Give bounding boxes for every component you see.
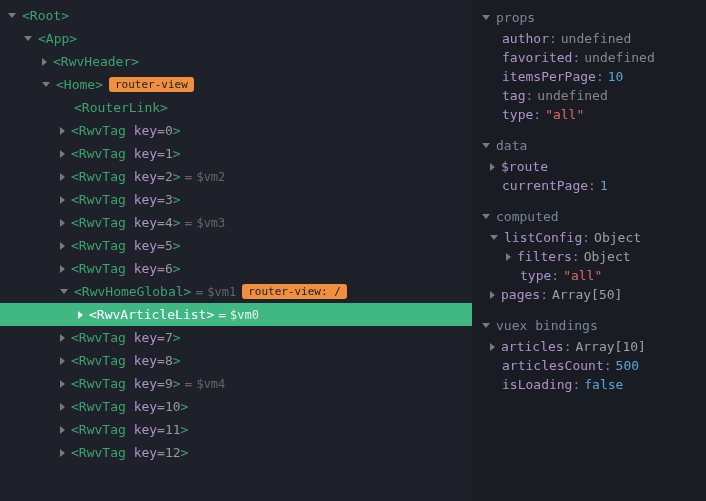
chevron-right-icon <box>506 253 511 261</box>
chevron-down-icon <box>24 36 32 41</box>
prop-row[interactable]: pages: Array[50] <box>476 285 702 304</box>
attr-key: key <box>134 169 157 184</box>
section-title: vuex bindings <box>496 318 598 333</box>
component-name: RwvArticleList <box>97 307 207 322</box>
tree-row[interactable]: <RwvTag key=3> <box>0 188 472 211</box>
prop-key: itemsPerPage <box>502 69 596 84</box>
prop-row[interactable]: listConfig: Object <box>476 228 702 247</box>
vm-ref: $vm4 <box>196 377 225 391</box>
router-view-badge: router-view <box>109 77 194 92</box>
tree-row[interactable]: <RwvTag key=0> <box>0 119 472 142</box>
prop-key: $route <box>501 159 548 174</box>
router-view-badge: router-view: / <box>242 284 347 299</box>
chevron-down-icon <box>490 235 498 240</box>
prop-value: "all" <box>545 107 584 122</box>
prop-row[interactable]: $route <box>476 157 702 176</box>
tree-row[interactable]: <Root> <box>0 4 472 27</box>
prop-value: 500 <box>616 358 639 373</box>
prop-key: articlesCount <box>502 358 604 373</box>
attr-val: 12 <box>165 445 181 460</box>
attr-val: 9 <box>165 376 173 391</box>
prop-row[interactable]: author: undefined <box>476 29 702 48</box>
component-name: RwvTag <box>79 399 126 414</box>
tree-row[interactable]: <RwvTag key=6> <box>0 257 472 280</box>
section-vuex[interactable]: vuex bindings <box>476 314 702 337</box>
component-name: Root <box>30 8 61 23</box>
tree-row[interactable]: <RwvTag key=12> <box>0 441 472 464</box>
tree-row[interactable]: <RwvTag key=4> =$vm3 <box>0 211 472 234</box>
spacer <box>60 104 68 112</box>
chevron-right-icon <box>78 311 83 319</box>
prop-row[interactable]: type: "all" <box>476 105 702 124</box>
chevron-down-icon <box>42 82 50 87</box>
component-name: RwvTag <box>79 123 126 138</box>
prop-row[interactable]: filters: Object <box>476 247 702 266</box>
chevron-right-icon <box>42 58 47 66</box>
details-panel: props author: undefined favorited: undef… <box>472 0 706 501</box>
tree-row[interactable]: <Home> router-view <box>0 73 472 96</box>
tree-row[interactable]: <RwvHeader> <box>0 50 472 73</box>
prop-row[interactable]: favorited: undefined <box>476 48 702 67</box>
prop-key: listConfig <box>504 230 582 245</box>
component-name: App <box>46 31 69 46</box>
tree-row[interactable]: <RwvTag key=11> <box>0 418 472 441</box>
chevron-down-icon <box>60 289 68 294</box>
prop-key: currentPage <box>502 178 588 193</box>
tree-row[interactable]: <RwvHomeGlobal> =$vm1 router-view: / <box>0 280 472 303</box>
attr-key: key <box>134 192 157 207</box>
chevron-right-icon <box>60 380 65 388</box>
vm-ref: $vm3 <box>196 216 225 230</box>
tree-row[interactable]: <RwvTag key=2> =$vm2 <box>0 165 472 188</box>
attr-val: 11 <box>165 422 181 437</box>
chevron-right-icon <box>60 334 65 342</box>
tree-row[interactable]: <RwvTag key=7> <box>0 326 472 349</box>
prop-value: undefined <box>584 50 654 65</box>
prop-row[interactable]: articles: Array[10] <box>476 337 702 356</box>
attr-val: 3 <box>165 192 173 207</box>
prop-row[interactable]: tag: undefined <box>476 86 702 105</box>
prop-value: Array[10] <box>575 339 645 354</box>
tree-row-selected[interactable]: <RwvArticleList> =$vm0 <box>0 303 472 326</box>
prop-row[interactable]: articlesCount: 500 <box>476 356 702 375</box>
tree-row[interactable]: <RwvTag key=9> =$vm4 <box>0 372 472 395</box>
tree-row[interactable]: <RouterLink> <box>0 96 472 119</box>
attr-val: 8 <box>165 353 173 368</box>
prop-row[interactable]: currentPage: 1 <box>476 176 702 195</box>
chevron-right-icon <box>490 163 495 171</box>
chevron-right-icon <box>60 127 65 135</box>
prop-value: 10 <box>608 69 624 84</box>
tree-row[interactable]: <RwvTag key=1> <box>0 142 472 165</box>
tree-row[interactable]: <RwvTag key=10> <box>0 395 472 418</box>
attr-key: key <box>134 445 157 460</box>
attr-val: 7 <box>165 330 173 345</box>
tree-row[interactable]: <App> <box>0 27 472 50</box>
chevron-right-icon <box>60 173 65 181</box>
section-computed[interactable]: computed <box>476 205 702 228</box>
prop-key: pages <box>501 287 540 302</box>
tree-row[interactable]: <RwvTag key=8> <box>0 349 472 372</box>
chevron-right-icon <box>60 403 65 411</box>
prop-key: articles <box>501 339 564 354</box>
attr-val: 5 <box>165 238 173 253</box>
tree-row[interactable]: <RwvTag key=5> <box>0 234 472 257</box>
prop-value: false <box>584 377 623 392</box>
prop-row[interactable]: itemsPerPage: 10 <box>476 67 702 86</box>
attr-key: key <box>134 238 157 253</box>
component-name: RwvHeader <box>61 54 131 69</box>
section-data[interactable]: data <box>476 134 702 157</box>
component-name: RwvTag <box>79 422 126 437</box>
prop-row[interactable]: isLoading: false <box>476 375 702 394</box>
component-name: RwvTag <box>79 330 126 345</box>
prop-value: undefined <box>537 88 607 103</box>
prop-row[interactable]: type: "all" <box>476 266 702 285</box>
component-name: Home <box>64 77 95 92</box>
section-props[interactable]: props <box>476 6 702 29</box>
component-name: RwvHomeGlobal <box>82 284 184 299</box>
attr-key: key <box>134 123 157 138</box>
component-name: RwvTag <box>79 146 126 161</box>
prop-value: "all" <box>563 268 602 283</box>
chevron-right-icon <box>490 343 495 351</box>
prop-key: tag <box>502 88 525 103</box>
component-name: RwvTag <box>79 261 126 276</box>
vm-ref: $vm0 <box>230 308 259 322</box>
